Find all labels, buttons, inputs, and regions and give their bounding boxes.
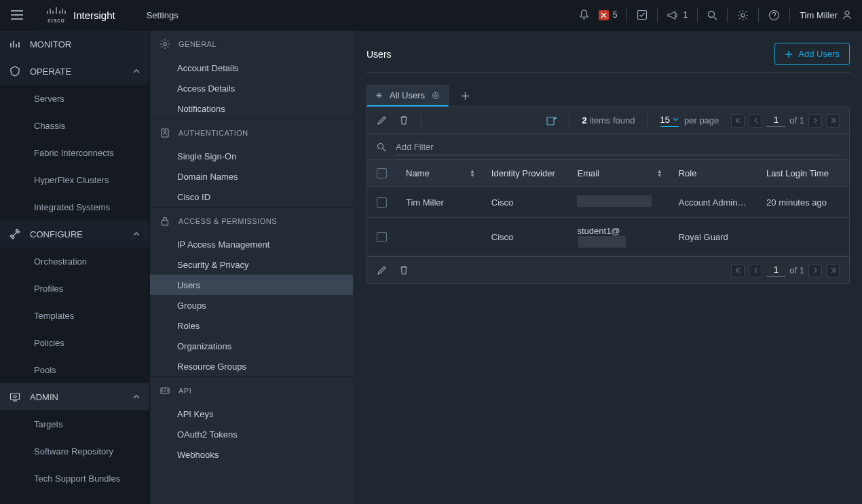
sub-domain-names[interactable]: Domain Names xyxy=(150,166,353,187)
nav-configure-pools[interactable]: Pools xyxy=(0,356,149,383)
nav-monitor[interactable]: MONITOR xyxy=(0,31,149,58)
sub-users[interactable]: Users xyxy=(150,275,353,295)
svg-point-12 xyxy=(774,17,774,18)
nav-configure-profiles[interactable]: Profiles xyxy=(0,275,149,302)
sub-oauth2[interactable]: OAuth2 Tokens xyxy=(150,424,353,444)
brand-name: Intersight xyxy=(73,9,115,21)
user-menu[interactable]: Tim Miller xyxy=(790,0,862,31)
cell-email xyxy=(567,187,669,218)
menu-toggle-button[interactable] xyxy=(0,0,34,31)
asterisk-icon xyxy=(375,92,383,99)
sub-sso[interactable]: Single Sign-On xyxy=(150,146,353,166)
col-email[interactable]: Email▲▼ xyxy=(567,160,669,187)
nav-admin-targets[interactable]: Targets xyxy=(0,410,149,438)
export-button[interactable] xyxy=(546,115,557,126)
svg-point-10 xyxy=(741,14,745,17)
subgroup-authentication: AUTHENTICATION xyxy=(150,119,353,146)
edit-button[interactable] xyxy=(377,115,387,125)
nav-monitor-label: MONITOR xyxy=(30,39,71,50)
add-users-button[interactable]: Add Users xyxy=(774,43,850,65)
cell-idp: Cisco xyxy=(482,218,568,256)
nav-operate-fabric[interactable]: Fabric Interconnects xyxy=(0,139,149,166)
svg-point-19 xyxy=(164,130,166,133)
nav-configure-orchestration[interactable]: Orchestration xyxy=(0,248,149,275)
sub-resource-groups[interactable]: Resource Groups xyxy=(150,356,353,376)
filter-row xyxy=(367,134,849,160)
pager-next-button[interactable] xyxy=(808,114,822,128)
critical-alerts[interactable]: 5 xyxy=(599,0,627,31)
nav-operate[interactable]: OPERATE xyxy=(0,58,149,85)
nav-configure[interactable]: CONFIGURE xyxy=(0,220,149,248)
left-nav: MONITOR OPERATE Servers Chassis Fabric I… xyxy=(0,31,149,504)
delete-button[interactable] xyxy=(399,265,409,275)
api-icon xyxy=(160,385,170,396)
hamburger-icon xyxy=(11,10,23,20)
select-all-checkbox[interactable] xyxy=(377,168,387,178)
gear-icon xyxy=(737,9,749,21)
table-row[interactable]: Cisco student1@ Royal Guard xyxy=(367,218,849,256)
tasks-button[interactable] xyxy=(627,0,657,31)
pager-current[interactable]: 1 xyxy=(766,115,785,127)
delete-button[interactable] xyxy=(399,115,409,125)
svg-rect-14 xyxy=(11,393,20,400)
sub-account-details[interactable]: Account Details xyxy=(150,58,353,78)
nav-operate-chassis[interactable]: Chassis xyxy=(0,112,149,139)
nav-configure-policies[interactable]: Policies xyxy=(0,329,149,356)
search-button[interactable] xyxy=(698,0,727,31)
pager-last-button[interactable] xyxy=(826,114,840,128)
auth-icon xyxy=(160,128,170,138)
sub-ip-access[interactable]: IP Access Management xyxy=(150,234,353,254)
sub-notifications[interactable]: Notifications xyxy=(150,98,353,119)
sub-access-details[interactable]: Access Details xyxy=(150,78,353,98)
sub-webhooks[interactable]: Webhooks xyxy=(150,444,353,465)
col-role[interactable]: Role xyxy=(669,160,757,187)
settings-button[interactable] xyxy=(728,0,758,31)
operate-icon xyxy=(10,66,20,77)
edit-button[interactable] xyxy=(377,265,387,275)
sub-roles[interactable]: Roles xyxy=(150,315,353,336)
nav-configure-templates[interactable]: Templates xyxy=(0,302,149,329)
help-button[interactable] xyxy=(759,0,789,31)
sub-api-keys[interactable]: API Keys xyxy=(150,404,353,424)
nav-operate-servers[interactable]: Servers xyxy=(0,85,149,112)
tab-settings-icon[interactable] xyxy=(432,92,440,100)
col-name[interactable]: Name▲▼ xyxy=(396,160,482,187)
divider xyxy=(367,72,850,73)
nav-admin-software[interactable]: Software Repository xyxy=(0,438,149,465)
filter-input[interactable] xyxy=(394,139,840,155)
tab-all-users[interactable]: All Users xyxy=(367,85,449,106)
pager-prev-button[interactable] xyxy=(749,114,762,128)
pager-next-button[interactable] xyxy=(808,264,822,277)
nav-admin-tech-support[interactable]: Tech Support Bundles xyxy=(0,465,149,492)
col-idp[interactable]: Identity Provider xyxy=(482,160,568,187)
alerts-button[interactable] xyxy=(569,0,599,31)
pager-first-button[interactable] xyxy=(731,264,745,277)
col-login[interactable]: Last Login Time xyxy=(757,160,849,187)
add-tab-button[interactable] xyxy=(457,92,474,100)
nav-operate-hyperflex[interactable]: HyperFlex Clusters xyxy=(0,166,149,193)
sub-security-privacy[interactable]: Security & Privacy xyxy=(150,254,353,275)
nav-operate-integrated[interactable]: Integrated Systems xyxy=(0,193,149,220)
page-title: Users xyxy=(367,49,392,60)
pager-current[interactable]: 1 xyxy=(766,265,785,277)
pager-prev-button[interactable] xyxy=(749,264,762,277)
row-checkbox[interactable] xyxy=(377,232,387,242)
users-table-wrapper: 2 items found 15 per page 1 of 1 xyxy=(367,106,850,284)
gear-outline-icon xyxy=(160,39,170,50)
nav-admin[interactable]: ADMIN xyxy=(0,383,149,410)
pager-first-button[interactable] xyxy=(731,114,745,128)
subgroup-access: ACCESS & PERMISSIONS xyxy=(150,207,353,234)
pager-last-button[interactable] xyxy=(826,264,840,277)
table-row[interactable]: Tim Miller Cisco Account Administr… 20 m… xyxy=(367,187,849,218)
announcements-button[interactable]: 1 xyxy=(658,0,697,31)
per-page-selector[interactable]: 15 per page xyxy=(660,115,719,127)
sub-groups[interactable]: Groups xyxy=(150,295,353,315)
row-checkbox[interactable] xyxy=(377,197,387,208)
sub-cisco-id[interactable]: Cisco ID xyxy=(150,187,353,207)
chevron-up-icon xyxy=(133,395,140,399)
col-checkbox xyxy=(367,160,396,187)
critical-count: 5 xyxy=(613,10,618,20)
sub-organizations[interactable]: Organizations xyxy=(150,336,353,356)
admin-icon xyxy=(10,391,20,402)
pager-bottom: 1 of 1 xyxy=(731,264,840,277)
